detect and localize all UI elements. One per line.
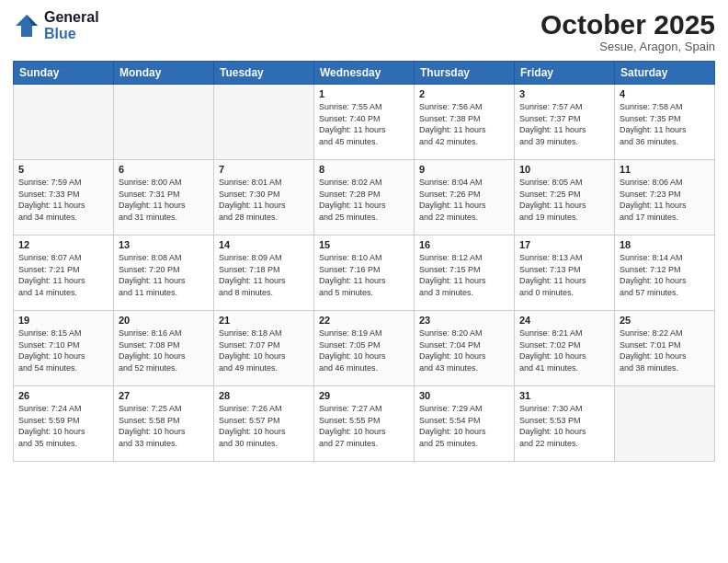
table-row: 22Sunrise: 8:19 AM Sunset: 7:05 PM Dayli… — [314, 311, 415, 386]
day-info: Sunrise: 8:12 AM Sunset: 7:15 PM Dayligh… — [419, 252, 509, 298]
table-row: 17Sunrise: 8:13 AM Sunset: 7:13 PM Dayli… — [515, 236, 615, 311]
table-row: 8Sunrise: 8:02 AM Sunset: 7:28 PM Daylig… — [314, 160, 415, 236]
logo-text: General Blue — [44, 9, 99, 41]
day-number: 11 — [620, 164, 710, 175]
calendar-week-row: 12Sunrise: 8:07 AM Sunset: 7:21 PM Dayli… — [14, 236, 715, 311]
day-info: Sunrise: 8:09 AM Sunset: 7:18 PM Dayligh… — [219, 252, 309, 298]
day-number: 24 — [519, 315, 609, 326]
table-row: 30Sunrise: 7:29 AM Sunset: 5:54 PM Dayli… — [415, 386, 515, 462]
day-number: 28 — [219, 390, 309, 401]
table-row: 6Sunrise: 8:00 AM Sunset: 7:31 PM Daylig… — [114, 160, 214, 236]
day-info: Sunrise: 7:57 AM Sunset: 7:37 PM Dayligh… — [519, 101, 609, 147]
col-wednesday: Wednesday — [314, 62, 415, 85]
table-row: 11Sunrise: 8:06 AM Sunset: 7:23 PM Dayli… — [615, 160, 715, 236]
day-info: Sunrise: 7:56 AM Sunset: 7:38 PM Dayligh… — [419, 101, 509, 147]
col-monday: Monday — [114, 62, 214, 85]
table-row: 25Sunrise: 8:22 AM Sunset: 7:01 PM Dayli… — [615, 311, 715, 386]
table-row: 7Sunrise: 8:01 AM Sunset: 7:30 PM Daylig… — [214, 160, 314, 236]
day-number: 15 — [319, 239, 409, 250]
calendar-week-row: 19Sunrise: 8:15 AM Sunset: 7:10 PM Dayli… — [14, 311, 715, 386]
day-number: 12 — [18, 239, 108, 250]
table-row: 24Sunrise: 8:21 AM Sunset: 7:02 PM Dayli… — [515, 311, 615, 386]
day-number: 4 — [620, 88, 710, 99]
day-number: 7 — [219, 164, 309, 175]
day-info: Sunrise: 8:13 AM Sunset: 7:13 PM Dayligh… — [519, 252, 609, 298]
title-block: October 2025 Sesue, Aragon, Spain — [540, 9, 715, 53]
table-row: 9Sunrise: 8:04 AM Sunset: 7:26 PM Daylig… — [415, 160, 515, 236]
day-number: 8 — [319, 164, 409, 175]
location-subtitle: Sesue, Aragon, Spain — [540, 40, 715, 53]
calendar-week-row: 26Sunrise: 7:24 AM Sunset: 5:59 PM Dayli… — [14, 386, 715, 462]
day-info: Sunrise: 8:16 AM Sunset: 7:08 PM Dayligh… — [119, 327, 209, 373]
day-info: Sunrise: 8:06 AM Sunset: 7:23 PM Dayligh… — [620, 177, 710, 223]
day-info: Sunrise: 8:20 AM Sunset: 7:04 PM Dayligh… — [419, 327, 509, 373]
table-row: 28Sunrise: 7:26 AM Sunset: 5:57 PM Dayli… — [214, 386, 314, 462]
table-row: 27Sunrise: 7:25 AM Sunset: 5:58 PM Dayli… — [114, 386, 214, 462]
table-row: 3Sunrise: 7:57 AM Sunset: 7:37 PM Daylig… — [515, 85, 615, 160]
table-row: 14Sunrise: 8:09 AM Sunset: 7:18 PM Dayli… — [214, 236, 314, 311]
calendar-header-row: Sunday Monday Tuesday Wednesday Thursday… — [14, 62, 715, 85]
day-number: 23 — [419, 315, 509, 326]
day-number: 1 — [319, 88, 409, 99]
table-row: 2Sunrise: 7:56 AM Sunset: 7:38 PM Daylig… — [415, 85, 515, 160]
table-row: 13Sunrise: 8:08 AM Sunset: 7:20 PM Dayli… — [114, 236, 214, 311]
day-info: Sunrise: 8:00 AM Sunset: 7:31 PM Dayligh… — [119, 177, 209, 223]
day-info: Sunrise: 8:05 AM Sunset: 7:25 PM Dayligh… — [519, 177, 609, 223]
day-number: 29 — [319, 390, 409, 401]
table-row: 12Sunrise: 8:07 AM Sunset: 7:21 PM Dayli… — [14, 236, 114, 311]
day-info: Sunrise: 7:24 AM Sunset: 5:59 PM Dayligh… — [18, 403, 108, 449]
day-info: Sunrise: 7:55 AM Sunset: 7:40 PM Dayligh… — [319, 101, 409, 147]
day-number: 13 — [119, 239, 209, 250]
table-row — [114, 85, 214, 160]
day-info: Sunrise: 7:26 AM Sunset: 5:57 PM Dayligh… — [219, 403, 309, 449]
day-number: 5 — [18, 164, 108, 175]
day-number: 9 — [419, 164, 509, 175]
day-info: Sunrise: 8:10 AM Sunset: 7:16 PM Dayligh… — [319, 252, 409, 298]
day-number: 10 — [519, 164, 609, 175]
day-number: 19 — [18, 315, 108, 326]
page: General Blue October 2025 Sesue, Aragon,… — [0, 0, 728, 563]
col-friday: Friday — [515, 62, 615, 85]
day-info: Sunrise: 8:01 AM Sunset: 7:30 PM Dayligh… — [219, 177, 309, 223]
table-row: 19Sunrise: 8:15 AM Sunset: 7:10 PM Dayli… — [14, 311, 114, 386]
day-info: Sunrise: 8:19 AM Sunset: 7:05 PM Dayligh… — [319, 327, 409, 373]
day-info: Sunrise: 7:58 AM Sunset: 7:35 PM Dayligh… — [620, 101, 710, 147]
col-saturday: Saturday — [615, 62, 715, 85]
day-number: 30 — [419, 390, 509, 401]
day-info: Sunrise: 7:30 AM Sunset: 5:53 PM Dayligh… — [519, 403, 609, 449]
table-row: 26Sunrise: 7:24 AM Sunset: 5:59 PM Dayli… — [14, 386, 114, 462]
logo-icon — [13, 12, 40, 40]
day-number: 18 — [620, 239, 710, 250]
calendar-table: Sunday Monday Tuesday Wednesday Thursday… — [13, 61, 715, 462]
day-number: 22 — [319, 315, 409, 326]
calendar-week-row: 1Sunrise: 7:55 AM Sunset: 7:40 PM Daylig… — [14, 85, 715, 160]
col-sunday: Sunday — [14, 62, 114, 85]
day-info: Sunrise: 8:14 AM Sunset: 7:12 PM Dayligh… — [620, 252, 710, 298]
table-row: 23Sunrise: 8:20 AM Sunset: 7:04 PM Dayli… — [415, 311, 515, 386]
header: General Blue October 2025 Sesue, Aragon,… — [13, 9, 715, 53]
day-info: Sunrise: 7:27 AM Sunset: 5:55 PM Dayligh… — [319, 403, 409, 449]
day-number: 25 — [620, 315, 710, 326]
day-number: 31 — [519, 390, 609, 401]
day-info: Sunrise: 8:08 AM Sunset: 7:20 PM Dayligh… — [119, 252, 209, 298]
day-number: 20 — [119, 315, 209, 326]
day-info: Sunrise: 7:25 AM Sunset: 5:58 PM Dayligh… — [119, 403, 209, 449]
logo: General Blue — [13, 9, 99, 41]
day-info: Sunrise: 8:22 AM Sunset: 7:01 PM Dayligh… — [620, 327, 710, 373]
day-number: 14 — [219, 239, 309, 250]
day-info: Sunrise: 7:59 AM Sunset: 7:33 PM Dayligh… — [18, 177, 108, 223]
day-number: 27 — [119, 390, 209, 401]
table-row: 16Sunrise: 8:12 AM Sunset: 7:15 PM Dayli… — [415, 236, 515, 311]
table-row — [615, 386, 715, 462]
table-row: 5Sunrise: 7:59 AM Sunset: 7:33 PM Daylig… — [14, 160, 114, 236]
day-number: 26 — [18, 390, 108, 401]
col-thursday: Thursday — [415, 62, 515, 85]
table-row — [14, 85, 114, 160]
table-row — [214, 85, 314, 160]
table-row: 21Sunrise: 8:18 AM Sunset: 7:07 PM Dayli… — [214, 311, 314, 386]
table-row: 18Sunrise: 8:14 AM Sunset: 7:12 PM Dayli… — [615, 236, 715, 311]
day-info: Sunrise: 8:04 AM Sunset: 7:26 PM Dayligh… — [419, 177, 509, 223]
day-info: Sunrise: 8:18 AM Sunset: 7:07 PM Dayligh… — [219, 327, 309, 373]
day-info: Sunrise: 8:07 AM Sunset: 7:21 PM Dayligh… — [18, 252, 108, 298]
day-number: 3 — [519, 88, 609, 99]
